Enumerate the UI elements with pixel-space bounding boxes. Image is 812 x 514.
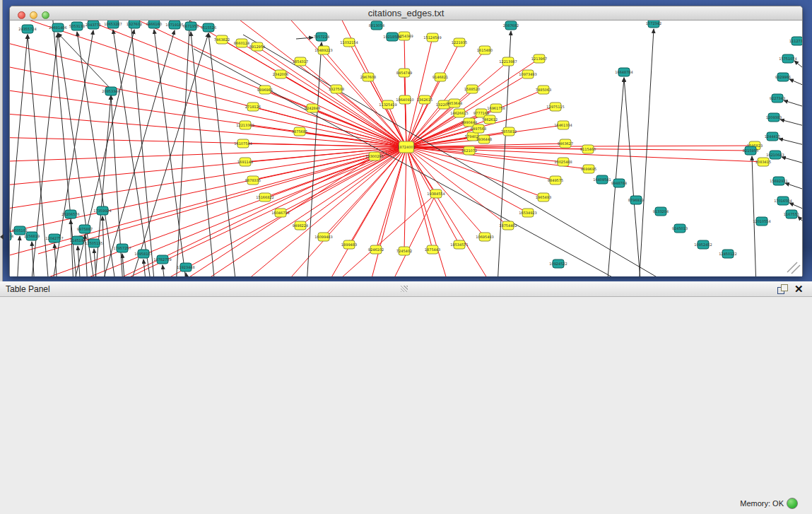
graph-node[interactable]: 6466160 — [146, 21, 162, 28]
graph-node[interactable]: 12010554 — [753, 217, 770, 226]
graph-node[interactable]: 17359924 — [93, 206, 111, 215]
graph-node[interactable]: 12213987 — [499, 57, 517, 66]
graph-node[interactable]: 9246102 — [368, 245, 384, 254]
graph-node[interactable]: 1327508 — [329, 85, 344, 93]
graph-node[interactable]: 1615480 — [477, 46, 493, 54]
graph-node[interactable]: 1112733 — [789, 37, 802, 45]
graph-node[interactable]: 8660124 — [234, 39, 249, 47]
graph-node[interactable]: 9146821 — [433, 73, 448, 81]
graph-node[interactable]: 1156819 — [24, 232, 40, 240]
graph-node[interactable]: 16461334 — [554, 121, 572, 129]
graph-node[interactable]: 1167551 — [784, 210, 799, 218]
close-panel-icon[interactable]: ✕ — [794, 282, 804, 296]
graph-node[interactable]: 6497568 — [471, 124, 486, 133]
graph-node[interactable]: 9896981 — [257, 86, 273, 94]
float-panel-icon[interactable] — [777, 284, 788, 294]
graph-node[interactable]: 1221935 — [452, 38, 467, 47]
network-window-titlebar[interactable]: citations_edges.txt — [10, 6, 802, 21]
graph-node[interactable]: 7245402 — [396, 247, 412, 255]
graph-node[interactable]: 10489223 — [314, 46, 332, 54]
graph-node[interactable]: 1621072 — [461, 146, 477, 155]
graph-node[interactable]: 9245013 — [672, 224, 688, 233]
graph-node[interactable]: 9975887 — [77, 225, 93, 233]
graph-node[interactable]: 16409541 — [593, 175, 611, 184]
graph-node[interactable]: 1209383 — [766, 113, 782, 122]
graph-node[interactable]: 8796919 — [628, 196, 644, 204]
memory-ok-indicator-icon[interactable] — [787, 498, 798, 509]
graph-node[interactable]: 16534923 — [519, 209, 536, 217]
graph-node[interactable]: 1083415 — [755, 158, 771, 166]
network-canvas[interactable]: 1872400718300295193845541125434915124549… — [10, 21, 802, 276]
graph-node[interactable]: 10952452 — [694, 240, 712, 249]
graph-node[interactable]: 9329966 — [775, 73, 791, 81]
graph-node[interactable]: 16210643 — [766, 151, 784, 159]
graph-node[interactable]: 7485063 — [536, 86, 551, 94]
graph-node[interactable]: 16648784 — [615, 68, 632, 76]
graph-node[interactable]: 18640910 — [396, 95, 413, 104]
window-resize-grip[interactable] — [787, 262, 800, 274]
graph-node[interactable]: 3915404 — [10, 232, 13, 240]
panel-drag-grip-icon[interactable] — [401, 286, 408, 292]
graph-node[interactable]: 10924522 — [549, 259, 567, 268]
graph-node[interactable]: 6671358 — [183, 22, 199, 30]
graph-node[interactable]: 15751074 — [779, 54, 796, 63]
graph-node[interactable]: 1965493 — [536, 193, 551, 201]
graph-node[interactable]: 17957257 — [113, 244, 131, 252]
graph-node[interactable]: 10958107 — [134, 250, 152, 258]
graph-node[interactable]: 1854317 — [293, 57, 308, 66]
graph-node[interactable]: 17016504 — [774, 197, 792, 205]
graph-node[interactable]: 2087682 — [503, 21, 519, 30]
graph-node[interactable]: 2967608 — [360, 73, 376, 81]
graph-node[interactable]: 20953346 — [102, 87, 119, 95]
minimize-window-button[interactable] — [30, 11, 37, 19]
graph-node[interactable]: 12975115 — [546, 103, 564, 111]
graph-node[interactable]: 7857224 — [314, 33, 329, 41]
graph-node[interactable]: 18534571 — [450, 240, 468, 249]
graph-node[interactable]: 1572342 — [646, 21, 661, 28]
graph-node[interactable]: 8813054 — [369, 21, 384, 30]
graph-node[interactable]: 1213967 — [531, 54, 547, 63]
graph-node[interactable]: 16782759 — [153, 255, 171, 264]
graph-node[interactable]: 9948784 — [611, 179, 627, 187]
graph-node[interactable]: 3875685 — [292, 127, 307, 136]
graph-node[interactable]: 18754402 — [499, 221, 517, 230]
graph-node[interactable]: 1899483 — [341, 240, 357, 249]
graph-node[interactable]: 10973493 — [519, 70, 536, 78]
close-window-button[interactable] — [18, 11, 25, 19]
graph-node[interactable]: 1691144 — [237, 158, 253, 166]
graph-node[interactable]: 1327602 — [126, 21, 142, 28]
graph-node[interactable]: 8454749 — [396, 69, 412, 77]
graph-node[interactable]: 11032154 — [340, 38, 358, 47]
graph-node[interactable]: 9849575 — [548, 176, 563, 185]
graph-node[interactable]: 20691406 — [49, 23, 66, 32]
graph-node[interactable]: 18724007 — [397, 141, 415, 153]
graph-node[interactable]: 9498224 — [293, 221, 308, 230]
graph-node[interactable]: 15124549 — [423, 33, 441, 42]
graph-node[interactable]: 7463822 — [214, 35, 230, 44]
graph-node[interactable]: 8912954 — [249, 42, 265, 51]
graph-node[interactable]: 9115460 — [580, 145, 596, 153]
graph-node[interactable]: 12450122 — [719, 250, 736, 258]
graph-node[interactable]: 16107544 — [234, 139, 252, 148]
graph-node[interactable]: 1588520 — [464, 85, 480, 93]
graph-node[interactable]: 9453644 — [447, 99, 462, 107]
graph-node[interactable]: 9699695 — [581, 165, 596, 173]
graph-node[interactable]: 1936448 — [476, 135, 492, 144]
graph-node[interactable]: 9133204 — [653, 207, 669, 216]
graph-node[interactable]: 5053138 — [69, 22, 85, 30]
graph-node[interactable]: 8878335 — [245, 176, 261, 185]
graph-node[interactable]: 9463627 — [558, 139, 573, 148]
collapse-left-arrow-icon[interactable] — [0, 234, 4, 240]
graph-node[interactable]: 15166822 — [256, 193, 273, 201]
graph-node[interactable]: 1362615 — [417, 95, 433, 104]
graph-node[interactable]: 9227343 — [770, 94, 785, 103]
graph-node[interactable]: 2718126 — [245, 103, 261, 111]
graph-node[interactable]: 15692931 — [770, 177, 787, 185]
graph-node[interactable]: 10719185 — [165, 21, 183, 29]
graph-node[interactable]: 9242848 — [305, 104, 320, 112]
graph-node[interactable]: 7462612 — [482, 115, 498, 124]
graph-node[interactable]: 16099483 — [314, 233, 332, 241]
graph-node[interactable]: 7515526 — [201, 23, 216, 32]
graph-node[interactable]: 2043771 — [86, 21, 101, 29]
graph-node[interactable]: 1145194 — [70, 236, 86, 245]
